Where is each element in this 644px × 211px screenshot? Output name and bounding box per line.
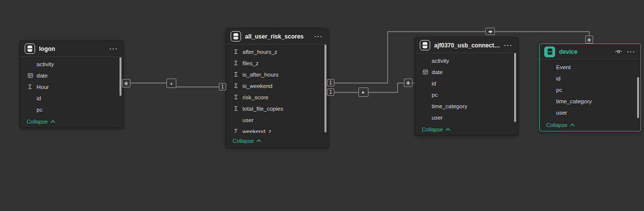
table-header[interactable]: logon ··· <box>20 41 123 57</box>
field-name: after_hours_z <box>242 49 277 55</box>
field-row[interactable]: pc <box>415 89 518 100</box>
sigma-icon: Σ <box>232 106 240 112</box>
database-icon <box>25 43 35 54</box>
more-options-icon[interactable]: ··· <box>315 34 323 39</box>
sigma-icon: Σ <box>26 84 34 90</box>
field-row[interactable]: Σfiles_z <box>226 57 328 69</box>
field-name: risk_score <box>242 94 268 100</box>
field-name: date <box>432 69 443 75</box>
table-card-all-user-risk-scores[interactable]: all_user_risk_scores ··· Σafter_hours_z … <box>226 28 328 148</box>
filter-direction-arrow-icon[interactable]: ▶ <box>359 87 368 97</box>
field-row[interactable]: activity <box>415 55 518 66</box>
cardinality-one-badge[interactable]: 1 <box>327 79 334 86</box>
calendar-icon <box>26 73 34 78</box>
field-row[interactable]: Σafter_hours_z <box>226 46 328 57</box>
chevron-up-icon <box>570 124 575 127</box>
chevron-up-icon <box>50 120 55 123</box>
filter-direction-arrow-icon[interactable]: ▲ <box>166 79 176 88</box>
sigma-icon: Σ <box>232 49 240 55</box>
filter-direction-both-icon[interactable]: ◀▶ <box>485 28 495 35</box>
collapse-link[interactable]: Collapse <box>422 127 450 132</box>
field-name: total_file_copies <box>242 106 283 112</box>
table-card-device[interactable]: device ··· Event id pc time_category use… <box>539 43 641 131</box>
collapse-link[interactable]: Collapse <box>27 119 55 125</box>
field-row[interactable]: date <box>415 66 518 78</box>
collapse-link[interactable]: Collapse <box>546 122 575 128</box>
model-canvas[interactable]: logon ··· activity date ΣHour id pc Coll… <box>0 0 644 211</box>
collapse-label: Collapse <box>27 119 48 125</box>
field-row[interactable]: date <box>20 70 123 81</box>
more-options-icon[interactable]: ··· <box>504 43 513 48</box>
field-name: id <box>432 81 436 86</box>
more-options-icon[interactable]: ··· <box>110 46 119 51</box>
table-title: all_user_risk_scores <box>245 33 311 40</box>
scrollbar[interactable] <box>324 44 326 132</box>
cardinality-one-badge[interactable]: 1 <box>219 83 226 90</box>
table-header[interactable]: device ··· <box>540 44 641 60</box>
database-icon <box>420 40 430 50</box>
table-title: logon <box>39 45 106 52</box>
table-title: ajf0370_usb_connections <box>434 42 500 49</box>
sigma-icon: Σ <box>232 94 240 100</box>
field-name: is_weekend <box>242 83 273 89</box>
table-header[interactable]: all_user_risk_scores ··· <box>226 29 328 44</box>
field-row[interactable]: user <box>415 112 518 123</box>
eye-icon[interactable] <box>615 48 622 55</box>
field-name: user <box>432 115 443 121</box>
field-name: id <box>37 95 41 101</box>
field-row[interactable]: Σis_after_hours <box>226 69 328 80</box>
field-row[interactable]: id <box>540 73 641 84</box>
field-name: time_category <box>556 98 592 104</box>
field-list: Σafter_hours_z Σfiles_z Σis_after_hours … <box>226 44 328 133</box>
field-row[interactable]: id <box>415 78 518 89</box>
database-icon <box>231 31 241 42</box>
table-card-logon[interactable]: logon ··· activity date ΣHour id pc Coll… <box>20 41 123 128</box>
field-name: Event <box>556 64 570 70</box>
table-card-ajf0370-usb-connections[interactable]: ajf0370_usb_connections ··· activity dat… <box>415 37 518 135</box>
field-row[interactable]: Σis_weekend <box>226 80 328 91</box>
collapse-label: Collapse <box>546 122 567 128</box>
collapse-link[interactable]: Collapse <box>233 138 261 144</box>
field-name: user <box>242 117 253 123</box>
field-name: activity <box>432 58 449 64</box>
scrollbar[interactable] <box>120 57 121 96</box>
field-row[interactable]: Σweekend_z <box>226 126 328 133</box>
chevron-up-icon <box>256 139 261 142</box>
field-name: pc <box>432 92 438 98</box>
field-name: pc <box>37 107 42 113</box>
field-name: is_after_hours <box>242 72 279 78</box>
sigma-icon: Σ <box>232 72 240 78</box>
cardinality-many-badge[interactable]: ∗ <box>122 79 130 87</box>
field-row[interactable]: time_category <box>415 100 518 112</box>
database-icon <box>544 46 555 57</box>
field-name: activity <box>37 61 54 67</box>
field-row[interactable]: Event <box>540 61 641 73</box>
sigma-icon: Σ <box>232 128 240 133</box>
field-row[interactable]: activity <box>20 58 123 70</box>
cardinality-many-badge[interactable]: ∗ <box>585 36 593 43</box>
field-row[interactable]: user <box>226 114 328 126</box>
field-name: pc <box>556 87 562 93</box>
field-row[interactable]: time_category <box>540 95 641 107</box>
chevron-up-icon <box>445 128 450 131</box>
field-row[interactable]: id <box>20 92 123 104</box>
scrollbar[interactable] <box>637 77 639 118</box>
cardinality-many-badge[interactable]: ∗ <box>404 79 412 87</box>
field-row[interactable]: user <box>540 107 641 118</box>
table-header[interactable]: ajf0370_usb_connections ··· <box>415 38 518 53</box>
field-row[interactable]: ΣHour <box>20 81 123 92</box>
field-row[interactable]: pc <box>540 84 641 95</box>
relationship-line-riskscores-usb[interactable] <box>334 83 415 92</box>
cardinality-one-badge[interactable]: 1 <box>327 88 334 96</box>
field-row[interactable]: Σrisk_score <box>226 91 328 103</box>
scrollbar[interactable] <box>514 53 516 122</box>
field-list: Event id pc time_category user <box>540 60 641 119</box>
field-name: weekend_z <box>242 128 271 133</box>
field-row[interactable]: pc <box>20 104 123 115</box>
field-name: files_z <box>242 60 259 66</box>
table-title: device <box>559 48 611 55</box>
more-options-icon[interactable]: ··· <box>627 49 636 54</box>
field-name: user <box>556 110 567 116</box>
field-row[interactable]: Σtotal_file_copies <box>226 103 328 114</box>
field-name: time_category <box>432 103 467 109</box>
